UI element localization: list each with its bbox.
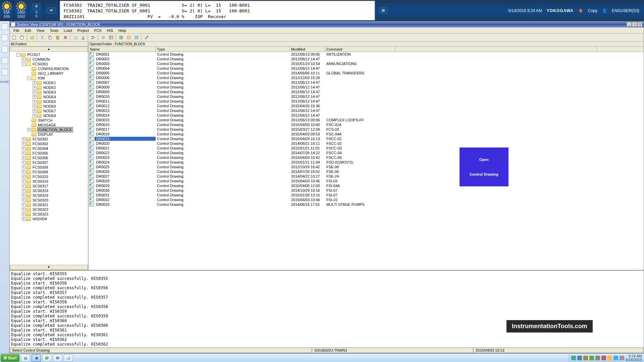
list-row-dr0005[interactable]: DR0005Control Drawing2014/06/06 10:11GLO… [89, 71, 644, 75]
task-app3[interactable]: 🧩 [42, 354, 52, 362]
expand-toggle[interactable]: + [22, 189, 25, 193]
tree-item-scs0319[interactable]: +SCS0319 [10, 193, 88, 198]
strip-btn-4[interactable] [1, 57, 8, 64]
expand-toggle[interactable]: + [22, 166, 25, 169]
list-row-dr0009[interactable]: DR0009Control Drawing2012/06/12 14:47 [89, 89, 644, 94]
list-row-dr0032[interactable]: DR0032Control Drawing2015/04/03 10:44FSI… [89, 197, 644, 202]
strip-btn-3[interactable] [1, 46, 8, 53]
tool-details[interactable] [107, 34, 115, 41]
tray-icon[interactable] [601, 356, 606, 360]
list-row-dr0019[interactable]: DR0019Control Drawing2015/04/03 10:13FSC… [89, 136, 644, 141]
menu-fcs[interactable]: FCS [92, 28, 104, 33]
expand-toggle[interactable]: + [22, 137, 25, 141]
expand-toggle[interactable]: + [33, 105, 36, 108]
tray-icon[interactable] [571, 356, 576, 360]
tree-item-scs0316[interactable]: +SCS0316 [10, 179, 88, 184]
tree-item-scs0320[interactable]: +SCS0320 [10, 198, 88, 202]
tree-item-node1[interactable]: +NODE1 [10, 80, 88, 85]
list-row-dr0004[interactable]: DR0004Control Drawing2012/06/12 14:47 [89, 66, 644, 71]
list-row-dr0027[interactable]: DR0027Control Drawing2014/04/22 10:27FSE… [89, 174, 644, 179]
tree-item-fcs0302[interactable]: +FCS0302 [10, 137, 88, 141]
list-row-dr0017[interactable]: DR0017Control Drawing2015/03/27 12:58FCS… [89, 127, 644, 132]
expand-toggle[interactable]: + [22, 198, 25, 202]
tree-item-configuration[interactable]: CONFIGURATION [10, 66, 88, 71]
expand-toggle[interactable]: + [33, 86, 36, 89]
expand-toggle[interactable]: + [33, 81, 36, 85]
tree-item-fcs0310[interactable]: +FCS0310 [10, 174, 88, 179]
tool-download[interactable] [79, 34, 87, 41]
tree-item-node5[interactable]: +NODE5 [10, 99, 88, 104]
expand-toggle[interactable]: - [27, 76, 31, 80]
tree-item-fcs0306[interactable]: +FCS0306 [10, 156, 88, 160]
list-row-dr0030[interactable]: DR0030Control Drawing2014/10/29 10:16FSI… [89, 188, 644, 193]
tray-icon[interactable] [589, 356, 594, 360]
output-log-pane[interactable]: Equalize start. HIS0355 Equalize complet… [10, 270, 644, 347]
list-row-dr0029[interactable]: DR0029Control Drawing2015/04/06 12:03FSI… [89, 183, 644, 188]
list-row-dr0012[interactable]: DR0012Control Drawing2015/04/20 15:36 [89, 104, 644, 108]
menu-edit[interactable]: Edit [22, 28, 34, 33]
tree-item-his0334[interactable]: +HIS0334 [10, 217, 88, 221]
tree-item-node6[interactable]: +NODE6 [10, 104, 88, 109]
tree-item-scs0321[interactable]: +SCS0321 [10, 202, 88, 207]
expand-toggle[interactable]: + [22, 175, 25, 179]
tree-item-fcs0301[interactable]: -FCS0301 [10, 62, 88, 66]
list-row-dr0016[interactable]: DR0016Control Drawing2015/04/03 10:40FSC… [89, 122, 644, 127]
tool-list[interactable] [100, 34, 107, 41]
tool-tools[interactable] [143, 34, 150, 41]
expand-toggle[interactable]: + [33, 114, 36, 118]
expand-toggle[interactable]: + [22, 161, 25, 165]
tree-item-fcs0304[interactable]: +FCS0304 [10, 146, 88, 151]
tree-item-node7[interactable]: +NODE7 [10, 109, 88, 113]
expand-toggle[interactable]: + [22, 194, 25, 197]
list-row-dr0021[interactable]: DR0021Control Drawing2015/01/21 11:01FSC… [89, 146, 644, 150]
menu-file[interactable]: File [11, 28, 22, 33]
expand-toggle[interactable]: + [33, 100, 36, 104]
scroll-indicator[interactable]: ▤ [376, 0, 390, 21]
expand-toggle[interactable]: + [22, 213, 25, 216]
expand-toggle[interactable]: + [22, 203, 25, 207]
column-header-comment[interactable]: Comment [325, 47, 395, 52]
tree-item-fcs0303[interactable]: +FCS0303 [10, 141, 88, 146]
comm-button[interactable]: ⇄ [44, 0, 59, 21]
tool-tree[interactable] [90, 34, 97, 41]
column-header-modified[interactable]: Modified [290, 47, 325, 52]
tray-icon[interactable] [595, 356, 600, 360]
tool-open[interactable] [29, 34, 36, 41]
tool-cut[interactable] [39, 34, 46, 41]
tree-item-fcs0307[interactable]: +FCS0307 [10, 160, 88, 165]
menu-load[interactable]: Load [61, 28, 74, 33]
strip-btn-1[interactable] [1, 23, 8, 30]
tree-item-node3[interactable]: +NODE3 [10, 90, 88, 95]
list-row-dr0033[interactable]: DR0033Control Drawing2014/06/16 17:51MUL… [89, 202, 644, 207]
expand-toggle[interactable]: + [22, 147, 25, 150]
list-row-dr0026[interactable]: DR0026Control Drawing2014/07/28 16:52FSE… [89, 169, 644, 174]
list-row-dr0010[interactable]: DR0010Control Drawing2012/06/12 14:47 [89, 94, 644, 99]
expand-toggle[interactable]: + [22, 142, 25, 146]
expand-toggle[interactable]: + [33, 109, 36, 113]
mute-button[interactable]: 🔇 [578, 8, 583, 13]
tree-item-scs0323[interactable]: +SCS0323 [10, 212, 88, 217]
strip-btn-2[interactable] [1, 35, 8, 41]
tool-check[interactable] [125, 34, 132, 41]
copy-button[interactable]: Copy [588, 8, 597, 13]
tray-icon[interactable] [620, 356, 624, 360]
list-row-dr0023[interactable]: DR0023Control Drawing2015/04/03 10:42FSC… [89, 155, 644, 160]
tree-item-common[interactable]: +COMMON [10, 57, 88, 62]
menu-tools[interactable]: Tools [47, 28, 61, 33]
list-row-dr0007[interactable]: DR0007Control Drawing2012/06/12 14:47 [89, 80, 644, 85]
list-row-dr0008[interactable]: DR0008Control Drawing2012/06/12 14:47 [89, 85, 644, 89]
tree-scroll-down[interactable]: ▼ [10, 265, 88, 270]
expand-toggle[interactable]: + [22, 170, 25, 174]
list-row-dr0014[interactable]: DR0014Control Drawing2012/06/12 14:47 [89, 113, 644, 118]
expand-toggle[interactable]: + [22, 152, 25, 155]
expand-toggle[interactable]: + [22, 217, 25, 221]
tool-delete[interactable] [62, 34, 69, 41]
tool-new2[interactable] [18, 34, 26, 41]
list-row-dr0015[interactable]: DR0015Control Drawing2012/06/13 09:06COM… [89, 118, 644, 122]
expand-toggle[interactable]: + [22, 58, 25, 61]
menu-project[interactable]: Project [75, 28, 91, 33]
tree-item-seq_library[interactable]: SEQ_LIBRARY [10, 71, 88, 76]
task-app5[interactable]: 📊 [64, 354, 73, 362]
tree-item-switch[interactable]: SWITCH [10, 118, 88, 123]
tree-item-node4[interactable]: +NODE4 [10, 95, 88, 99]
